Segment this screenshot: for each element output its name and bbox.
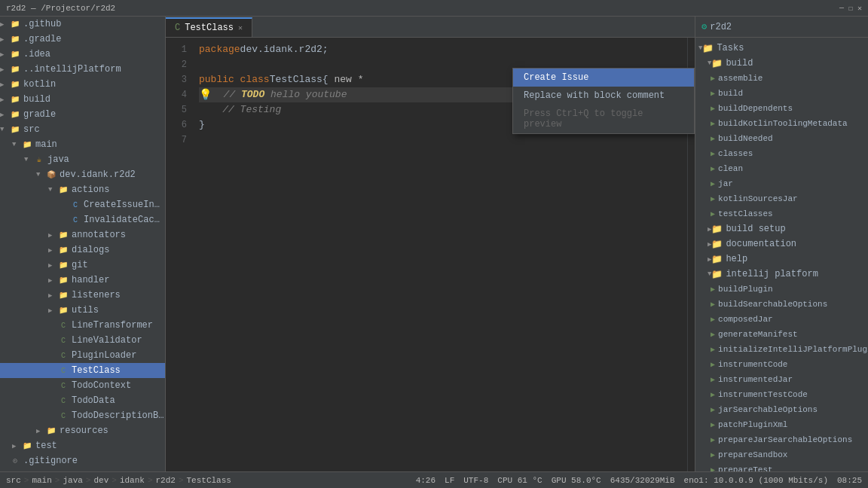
sidebar-item-TodoContext[interactable]: CTodoContext [0,378,165,393]
gradle-task-buildDependents[interactable]: ▶buildDependents [695,101,868,116]
main-layout: ▶📁.github▶📁.gradle▶📁.idea▶📁..intellijPla… [0,17,868,471]
sidebar-item-intellijplatform[interactable]: ▶📁..intellijPlatform [0,62,165,77]
tree-arrow-git[interactable]: ▶ [48,261,57,270]
gradle-task-jar[interactable]: ▶jar [695,176,868,191]
tree-arrow-dialogs[interactable]: ▶ [48,246,57,255]
gradle-task-clean[interactable]: ▶clean [695,161,868,176]
gradle-subsection-header-intellij-platform[interactable]: ▼📁intellij platform [695,267,868,282]
sidebar-item-TestClass[interactable]: CTestClass [0,363,165,378]
tree-arrow-gradle-folder[interactable]: ▶ [0,111,9,119]
sidebar-item-kotlin[interactable]: ▶📁kotlin [0,77,165,92]
gradle-task-assemblie[interactable]: ▶assemblie [695,71,868,86]
gradle-subsection-intellij-platform[interactable]: ▼📁intellij platform▶buildPlugin▶buildSea… [695,267,868,471]
gradle-task-build[interactable]: ▶build [695,86,868,101]
tree-arrow-test[interactable]: ▶ [12,442,21,450]
gradle-task-instrumentTestCode[interactable]: ▶instrumentTestCode [695,387,868,402]
sidebar-item-handler[interactable]: ▶📁handler [0,273,165,288]
sidebar-item-gradle-folder[interactable]: ▶📁gradle [0,107,165,122]
gradle-task-prepareSandbox[interactable]: ▶prepareSandbox [695,447,868,462]
sidebar-item-CreateIssueIntentionAction[interactable]: CCreateIssueIntentionAction [0,197,165,212]
sidebar-item-gitignore[interactable]: ⊙.gitignore [0,453,165,468]
gradle-subsection-header-build[interactable]: ▼📁build [695,56,868,71]
sidebar-item-dialogs[interactable]: ▶📁dialogs [0,242,165,258]
gradle-task-prepareJarSearchableOptions[interactable]: ▶prepareJarSearchableOptions [695,432,868,447]
gradle-subsection-documentation[interactable]: ▶📁documentation [695,236,868,252]
tree-arrow-java[interactable]: ▼ [24,156,33,163]
tree-arrow-listeners[interactable]: ▶ [48,291,57,300]
sidebar-item-InvalidateCachesAction[interactable]: CInvalidateCachesAction [0,212,165,227]
sidebar-item-src[interactable]: ▼📁src [0,122,165,137]
gradle-panel-content[interactable]: ▼📁Tasks▼📁build▶assemblie▶build▶buildDepe… [695,38,868,471]
gradle-subsection-build[interactable]: ▼📁build▶assemblie▶build▶buildDependents▶… [695,56,868,221]
gradle-task-testClasses[interactable]: ▶testClasses [695,206,868,221]
tree-arrow-build-dir[interactable]: ▶ [0,96,9,104]
sidebar-item-actions[interactable]: ▼📁actions [0,182,165,197]
sidebar-item-main[interactable]: ▼📁main [0,137,165,152]
gradle-task-instrumentedJar[interactable]: ▶instrumentedJar [695,372,868,387]
sidebar-item-test[interactable]: ▶📁test [0,438,165,453]
gradle-subsection-header-documentation[interactable]: ▶📁documentation [695,236,868,252]
sidebar-item-utils[interactable]: ▶📁utils [0,303,165,318]
maximize-icon[interactable]: ☐ [848,4,853,13]
tree-arrow-src[interactable]: ▼ [0,126,9,133]
tree-arrow-idea[interactable]: ▶ [0,50,9,59]
sidebar-item-listeners[interactable]: ▶📁listeners [0,288,165,303]
gradle-subsection-header-build-setup[interactable]: ▶📁build setup [695,221,868,236]
tree-arrow-handler[interactable]: ▶ [48,276,57,285]
tree-arrow-gradle[interactable]: ▶ [0,35,9,44]
breadcrumb-part-7: > [112,476,117,485]
sidebar-item-gradle[interactable]: ▶📁.gradle [0,32,165,47]
gradle-task-prepareTest[interactable]: ▶prepareTest [695,462,868,471]
tree-arrow-intellijplatform[interactable]: ▶ [0,66,9,74]
gradle-task-initializeIntelliJPlatformPlugin[interactable]: ▶initializeIntelliJPlatformPlugin [695,342,868,357]
popup-item-0[interactable]: Create Issue [513,69,694,87]
sidebar-item-dev-idank-r2d2[interactable]: ▼📦dev.idank.r2d2 [0,167,165,182]
gradle-task-composedJar[interactable]: ▶composedJar [695,312,868,327]
tree-arrow-kotlin[interactable]: ▶ [0,81,9,89]
gradle-section-header-tasks[interactable]: ▼📁Tasks [695,41,868,56]
gradle-task-buildNeeded[interactable]: ▶buildNeeded [695,131,868,146]
sidebar-item-git[interactable]: ▶📁git [0,258,165,273]
sidebar-item-LineValidator[interactable]: CLineValidator [0,333,165,348]
gradle-task-patchPluginXml[interactable]: ▶patchPluginXml [695,417,868,432]
editor-tab-testclass[interactable]: C TestClass ✕ [166,17,252,37]
tree-arrow-resources[interactable]: ▶ [36,427,45,435]
code-line-7[interactable] [199,133,687,148]
tree-icon-annotators: 📁 [57,229,69,241]
gradle-section-Tasks[interactable]: ▼📁Tasks▼📁build▶assemblie▶build▶buildDepe… [695,41,868,471]
gradle-task-jarSearchableOptions[interactable]: ▶jarSearchableOptions [695,402,868,417]
gradle-task-generateManifest[interactable]: ▶generateManifest [695,327,868,342]
gradle-task-classes[interactable]: ▶classes [695,146,868,161]
gradle-task-buildPlugin[interactable]: ▶buildPlugin [695,282,868,297]
sidebar-item-TodoData[interactable]: CTodoData [0,393,165,408]
tree-arrow-dev-idank-r2d2[interactable]: ▼ [36,171,45,178]
gradle-task-kotlinSourcesJar[interactable]: ▶kotlinSourcesJar [695,191,868,206]
project-sidebar[interactable]: ▶📁.github▶📁.gradle▶📁.idea▶📁..intellijPla… [0,17,166,471]
tree-arrow-github[interactable]: ▶ [0,20,9,29]
sidebar-item-resources[interactable]: ▶📁resources [0,423,165,438]
popup-item-1[interactable]: Replace with block comment [513,87,694,105]
sidebar-item-java[interactable]: ▼☕java [0,152,165,167]
gradle-subsection-build-setup[interactable]: ▶📁build setup [695,221,868,236]
tree-arrow-actions[interactable]: ▼ [48,186,57,194]
gradle-subsection-help[interactable]: ▶📁help [695,252,868,267]
sidebar-item-github[interactable]: ▶📁.github [0,17,165,32]
gradle-task-buildSearchableOptions[interactable]: ▶buildSearchableOptions [695,297,868,312]
sidebar-item-idea[interactable]: ▶📁.idea [0,47,165,62]
gradle-subsection-header-help[interactable]: ▶📁help [695,252,868,267]
context-popup-menu[interactable]: Create IssueReplace with block commentPr… [512,68,695,134]
sidebar-item-build-dir[interactable]: ▶📁build [0,92,165,107]
tree-arrow-annotators[interactable]: ▶ [48,231,57,239]
gradle-task-instrumentCode[interactable]: ▶instrumentCode [695,357,868,372]
sidebar-item-LineTransformer[interactable]: CLineTransformer [0,318,165,333]
minimize-icon[interactable]: — [839,4,844,13]
sidebar-item-annotators[interactable]: ▶📁annotators [0,227,165,242]
code-line-1[interactable]: package dev.idank.r2d2; [199,42,687,57]
sidebar-item-PluginLoader[interactable]: CPluginLoader [0,348,165,363]
gradle-task-buildKotlinToolingMetadata[interactable]: ▶buildKotlinToolingMetadata [695,116,868,131]
tab-close-icon[interactable]: ✕ [238,23,243,32]
tree-arrow-main[interactable]: ▼ [12,141,21,148]
close-icon[interactable]: ✕ [857,4,862,13]
sidebar-item-TodoDescriptionBuilder[interactable]: CTodoDescriptionBuilder [0,408,165,423]
tree-arrow-utils[interactable]: ▶ [48,307,57,315]
